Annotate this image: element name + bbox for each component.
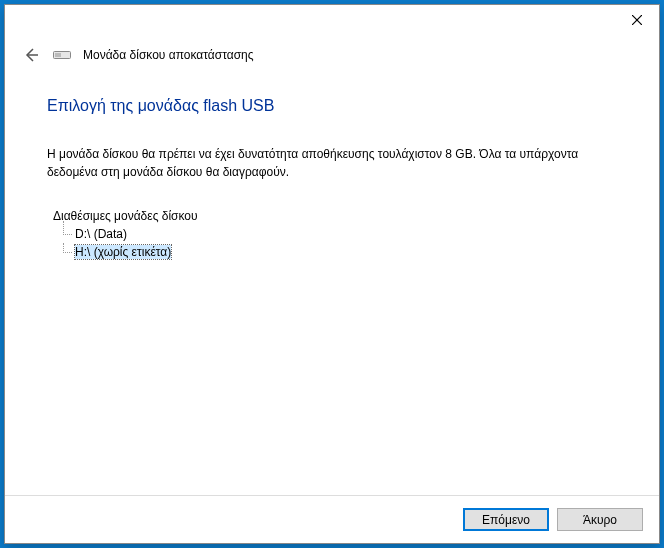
footer: Επόμενο Άκυρο	[5, 495, 659, 543]
header-row: Μονάδα δίσκου αποκατάστασης	[5, 45, 659, 71]
back-button[interactable]	[21, 45, 41, 65]
warning-text: Η μονάδα δίσκου θα πρέπει να έχει δυνατό…	[47, 145, 617, 181]
next-button[interactable]: Επόμενο	[463, 508, 549, 531]
wizard-window: Μονάδα δίσκου αποκατάστασης Επιλογή της …	[4, 4, 660, 544]
disk-icon	[53, 49, 71, 61]
drives-list: D:\ (Data) H:\ (χωρίς ετικέτα)	[47, 225, 617, 261]
wizard-title: Μονάδα δίσκου αποκατάστασης	[83, 48, 254, 62]
close-button[interactable]	[614, 5, 659, 35]
drive-item-label: D:\ (Data)	[75, 227, 127, 241]
cancel-button[interactable]: Άκυρο	[557, 508, 643, 531]
drives-label: Διαθέσιμες μονάδες δίσκου	[47, 209, 617, 223]
back-arrow-icon	[22, 46, 40, 64]
drive-item[interactable]: H:\ (χωρίς ετικέτα)	[63, 243, 617, 261]
svg-rect-4	[55, 53, 61, 57]
close-icon	[632, 15, 642, 25]
content-area: Επιλογή της μονάδας flash USB Η μονάδα δ…	[5, 71, 659, 495]
drive-item-label: H:\ (χωρίς ετικέτα)	[75, 245, 171, 259]
page-heading: Επιλογή της μονάδας flash USB	[47, 97, 617, 115]
titlebar	[5, 5, 659, 35]
drive-item[interactable]: D:\ (Data)	[63, 225, 617, 243]
